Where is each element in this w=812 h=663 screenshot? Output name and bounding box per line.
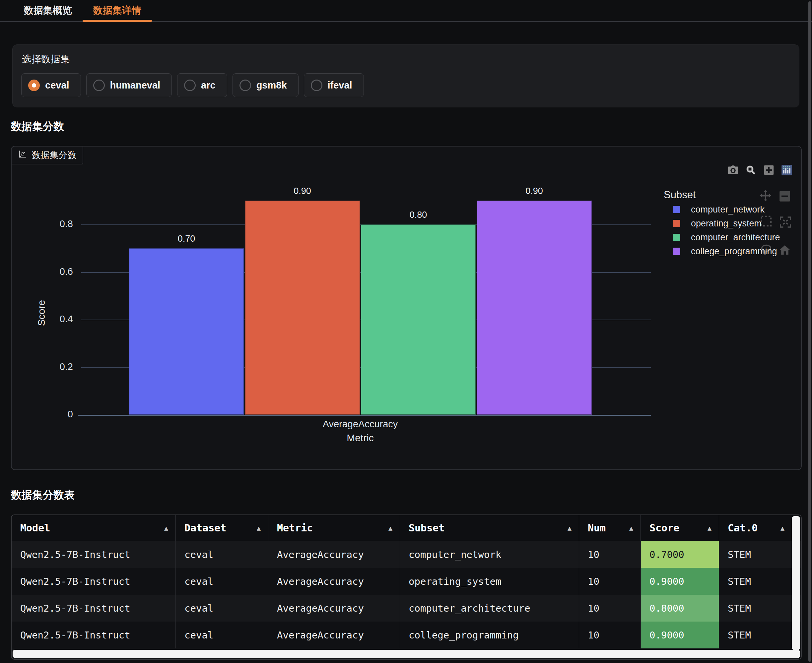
zoom-out-icon[interactable] — [778, 189, 793, 204]
radio-option-label: humaneval — [110, 80, 160, 91]
cell-model: Qwen2.5-7B-Instruct — [11, 622, 176, 648]
legend-label: computer_network — [691, 205, 765, 215]
radio-option-label: gsm8k — [256, 80, 287, 91]
tab-数据集详情[interactable]: 数据集详情 — [83, 0, 152, 21]
pan-icon[interactable] — [759, 189, 773, 204]
table-body: Qwen2.5-7B-InstructcevalAverageAccuracyc… — [11, 541, 801, 648]
table-row: Qwen2.5-7B-InstructcevalAverageAccuracyc… — [11, 541, 801, 568]
table-row: Qwen2.5-7B-InstructcevalAverageAccuracyc… — [11, 595, 801, 622]
legend-item-operating_system[interactable]: operating_system — [673, 217, 762, 230]
cell-cat0: STEM — [719, 568, 792, 595]
column-header-score[interactable]: Score▲ — [641, 515, 719, 541]
radio-unselected-icon — [240, 79, 251, 91]
legend-label: computer_architecture — [691, 232, 780, 243]
y-tick-label: 0.4 — [23, 314, 73, 325]
zoom-in-icon[interactable] — [762, 163, 776, 177]
legend-title: Subset — [664, 189, 696, 201]
sort-ascending-icon[interactable]: ▲ — [257, 524, 261, 532]
bar-computer_architecture[interactable] — [361, 225, 476, 415]
cell-dataset: ceval — [176, 595, 268, 622]
radio-option-arc[interactable]: arc — [177, 73, 227, 97]
score-chart-panel: 数据集分数 Subset computer_networkoperating_s… — [11, 146, 802, 470]
bar-value-label: 0.70 — [129, 234, 244, 244]
column-header-model[interactable]: Model▲ — [11, 515, 176, 541]
column-header-label: Model — [20, 522, 50, 534]
autoscale-icon[interactable] — [779, 215, 793, 230]
cell-metric: AverageAccuracy — [268, 541, 400, 568]
sort-ascending-icon[interactable]: ▲ — [781, 524, 784, 532]
bar-value-label: 0.90 — [245, 186, 360, 196]
table-vertical-scrollbar[interactable] — [792, 516, 800, 650]
sort-ascending-icon[interactable]: ▲ — [388, 524, 392, 532]
dataset-selector-label: 选择数据集 — [22, 53, 70, 66]
cell-model: Qwen2.5-7B-Instruct — [11, 568, 176, 595]
bar-value-label: 0.80 — [361, 210, 476, 220]
score-table: Model▲Dataset▲Metric▲Subset▲Num▲Score▲Ca… — [11, 514, 802, 660]
bar-college_programming[interactable] — [477, 201, 592, 415]
radio-option-label: ifeval — [328, 80, 352, 91]
column-header-label: Dataset — [185, 522, 226, 534]
table-row: Qwen2.5-7B-InstructcevalAverageAccuracyc… — [11, 622, 801, 648]
radio-unselected-icon — [311, 79, 323, 91]
legend-swatch — [673, 206, 680, 213]
cell-cat0: STEM — [719, 595, 792, 622]
tab-数据集概览[interactable]: 数据集概览 — [13, 0, 83, 21]
cell-num: 10 — [579, 595, 641, 622]
cell-dataset: ceval — [176, 622, 268, 648]
legend-label: operating_system — [691, 218, 762, 229]
chart-panel-tab[interactable]: 数据集分数 — [11, 146, 83, 165]
cell-num: 10 — [579, 568, 641, 595]
cell-score: 0.9000 — [641, 568, 719, 595]
cell-model: Qwen2.5-7B-Instruct — [11, 595, 176, 622]
plotly-logo-icon[interactable] — [780, 163, 794, 177]
cell-metric: AverageAccuracy — [268, 622, 400, 648]
legend-item-computer_architecture[interactable]: computer_architecture — [673, 231, 780, 244]
camera-icon[interactable] — [726, 163, 740, 177]
radio-unselected-icon — [184, 79, 196, 91]
dataset-radio-group: cevalhumanevalarcgsm8kifeval — [21, 73, 364, 97]
cell-score: 0.7000 — [641, 541, 719, 568]
sort-ascending-icon[interactable]: ▲ — [567, 524, 572, 532]
cell-score: 0.9000 — [641, 622, 719, 648]
sort-ascending-icon[interactable]: ▲ — [629, 524, 633, 532]
bar-computer_network[interactable] — [129, 248, 244, 415]
box-select-icon[interactable] — [760, 215, 774, 229]
legend-item-college_programming[interactable]: college_programming — [673, 245, 777, 258]
radio-option-label: ceval — [45, 80, 69, 91]
page-scrollbar[interactable] — [808, 1, 811, 662]
column-header-metric[interactable]: Metric▲ — [268, 515, 400, 541]
top-tab-bar: 数据集概览数据集详情 — [0, 0, 812, 22]
legend-swatch — [673, 247, 680, 255]
zoom-icon[interactable] — [744, 163, 758, 177]
legend-label: college_programming — [691, 246, 777, 257]
x-axis-title: Metric — [261, 432, 460, 443]
radio-option-gsm8k[interactable]: gsm8k — [233, 73, 298, 97]
column-header-cat-0[interactable]: Cat.0▲ — [719, 515, 792, 541]
radio-option-humaneval[interactable]: humaneval — [86, 73, 172, 97]
column-header-label: Subset — [408, 522, 444, 534]
radio-option-ceval[interactable]: ceval — [21, 73, 81, 97]
chart-section-title: 数据集分数 — [11, 119, 64, 134]
column-header-subset[interactable]: Subset▲ — [400, 515, 579, 541]
sort-ascending-icon[interactable]: ▲ — [164, 524, 168, 532]
y-tick-label: 0 — [23, 409, 73, 420]
legend-item-computer_network[interactable]: computer_network — [673, 203, 765, 216]
column-header-num[interactable]: Num▲ — [579, 515, 641, 541]
cell-cat0: STEM — [719, 541, 792, 568]
cell-score: 0.8000 — [641, 595, 719, 622]
y-tick-label: 0.2 — [23, 361, 73, 372]
column-header-dataset[interactable]: Dataset▲ — [176, 515, 268, 541]
radio-option-ifeval[interactable]: ifeval — [304, 73, 364, 97]
cell-subset: computer_architecture — [400, 595, 579, 622]
cell-metric: AverageAccuracy — [268, 568, 400, 595]
x-tick-label: AverageAccuracy — [129, 419, 592, 430]
home-icon[interactable] — [778, 244, 793, 258]
table-horizontal-scrollbar[interactable] — [13, 650, 800, 658]
x-axis-zero-line — [78, 415, 651, 416]
bar-operating_system[interactable] — [245, 201, 360, 415]
cell-subset: operating_system — [400, 568, 579, 595]
dashboard-page: 数据集概览数据集详情 选择数据集 cevalhumanevalarcgsm8ki… — [0, 0, 812, 663]
sort-ascending-icon[interactable]: ▲ — [708, 524, 712, 532]
column-header-label: Score — [650, 522, 679, 534]
radio-selected-icon — [28, 79, 40, 91]
